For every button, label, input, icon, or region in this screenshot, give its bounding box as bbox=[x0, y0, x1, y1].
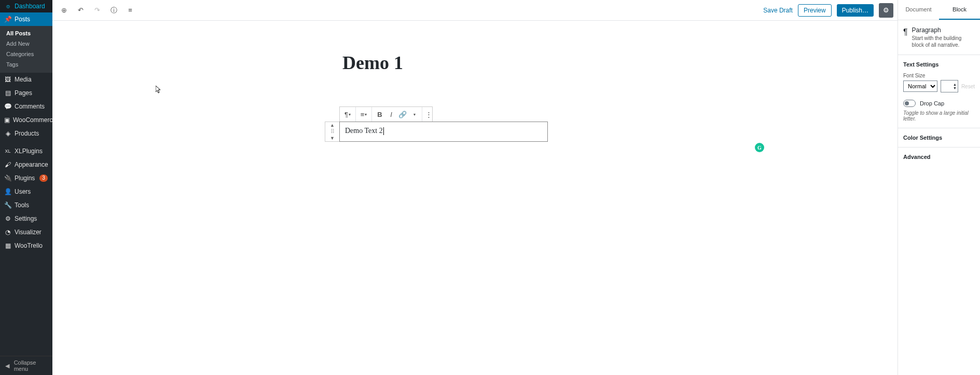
sidebar-item-plugins[interactable]: 🔌 Plugins 3 bbox=[0, 171, 52, 185]
sidebar-label: Plugins bbox=[15, 175, 35, 182]
plugins-badge: 3 bbox=[39, 175, 48, 182]
text-caret bbox=[383, 127, 384, 135]
paragraph-block: ¶ ≡ B I 🔗 ⋮ ▲ ⠿ bbox=[325, 106, 548, 142]
block-nav-button[interactable]: ≡ bbox=[123, 3, 137, 18]
trello-icon: ▦ bbox=[4, 242, 11, 249]
transform-block-button[interactable]: ¶ bbox=[342, 108, 353, 120]
inspector-tabs: Document Block bbox=[898, 0, 980, 20]
advanced-panel[interactable]: Advanced bbox=[898, 148, 980, 166]
undo-icon: ↶ bbox=[78, 6, 84, 14]
sidebar-item-posts[interactable]: 📌 Posts bbox=[0, 12, 52, 26]
link-icon: 🔗 bbox=[398, 111, 407, 118]
font-size-select[interactable]: Normal bbox=[903, 81, 937, 92]
align-left-icon: ≡ bbox=[361, 111, 365, 118]
pilcrow-icon: ¶ bbox=[344, 111, 348, 118]
pin-icon: 📌 bbox=[4, 16, 11, 23]
editor-topbar: ⊕ ↶ ↷ ⓘ ≡ Save Draft Preview Publish… ⚙ bbox=[52, 0, 898, 21]
link-button[interactable]: 🔗 bbox=[397, 108, 408, 120]
sidebar-label: Tools bbox=[15, 202, 29, 209]
block-card: ¶ Paragraph Start with the building bloc… bbox=[898, 20, 980, 55]
sidebar-item-appearance[interactable]: 🖌 Appearance bbox=[0, 158, 52, 171]
font-size-stepper[interactable]: ▲▼ bbox=[941, 80, 958, 92]
sidebar-item-woocommerce[interactable]: ▣ WooCommerce bbox=[0, 113, 52, 127]
block-toolbar: ¶ ≡ B I 🔗 ⋮ bbox=[339, 106, 433, 122]
sidebar-sub-categories[interactable]: Categories bbox=[0, 49, 52, 59]
tab-block[interactable]: Block bbox=[939, 0, 980, 20]
plug-icon: 🔌 bbox=[4, 175, 11, 182]
font-size-label: Font Size bbox=[903, 73, 975, 78]
font-size-reset[interactable]: Reset bbox=[961, 84, 975, 89]
sidebar-item-xlplugins[interactable]: XL XLPlugins bbox=[0, 144, 52, 158]
redo-icon: ↷ bbox=[94, 6, 100, 14]
sidebar-item-visualizer[interactable]: ◔ Visualizer bbox=[0, 225, 52, 239]
pilcrow-icon: ¶ bbox=[903, 26, 908, 48]
sidebar-submenu-posts: All Posts Add New Categories Tags bbox=[0, 26, 52, 73]
sidebar-item-wootrello[interactable]: ▦ WooTrello bbox=[0, 239, 52, 252]
paragraph-text: Demo Text 2 bbox=[345, 127, 383, 135]
collapse-icon: ◀ bbox=[4, 363, 11, 369]
color-settings-title: Color Settings bbox=[903, 135, 975, 141]
redo-button[interactable]: ↷ bbox=[90, 3, 104, 18]
collapse-menu[interactable]: ◀ Collapse menu bbox=[0, 356, 52, 375]
sidebar-item-dashboard[interactable]: ⌾ Dashboard bbox=[0, 0, 52, 12]
sidebar-item-pages[interactable]: ▤ Pages bbox=[0, 86, 52, 100]
add-block-button[interactable]: ⊕ bbox=[57, 3, 71, 18]
drag-handle[interactable]: ⠿ bbox=[330, 128, 335, 135]
grammarly-icon[interactable]: G bbox=[755, 143, 764, 152]
chevron-up-icon: ▲ bbox=[953, 83, 957, 86]
content-info-button[interactable]: ⓘ bbox=[106, 3, 121, 18]
sidebar-label: Pages bbox=[15, 89, 32, 97]
sidebar-label: Users bbox=[15, 188, 31, 195]
align-button[interactable]: ≡ bbox=[358, 108, 369, 120]
sidebar-sub-all-posts[interactable]: All Posts bbox=[0, 28, 52, 38]
chevron-down-icon: ▼ bbox=[953, 86, 957, 90]
post-title[interactable]: Demo 1 bbox=[342, 52, 403, 74]
move-up-button[interactable]: ▲ bbox=[330, 122, 335, 128]
publish-button[interactable]: Publish… bbox=[837, 4, 874, 17]
sidebar-label: Products bbox=[15, 130, 39, 137]
sidebar-item-media[interactable]: 🖼 Media bbox=[0, 73, 52, 86]
tab-document[interactable]: Document bbox=[898, 0, 939, 20]
sidebar-label: Settings bbox=[15, 215, 37, 222]
sidebar-label: WooCommerce bbox=[13, 116, 56, 124]
paragraph-input[interactable]: Demo Text 2 G bbox=[339, 122, 548, 142]
media-icon: 🖼 bbox=[4, 76, 11, 83]
kebab-icon: ⋮ bbox=[425, 111, 432, 118]
sidebar-item-users[interactable]: 👤 Users bbox=[0, 185, 52, 198]
bold-button[interactable]: B bbox=[374, 108, 385, 120]
sidebar-item-tools[interactable]: 🔧 Tools bbox=[0, 198, 52, 212]
settings-toggle-button[interactable]: ⚙ bbox=[879, 3, 893, 18]
drop-cap-toggle[interactable] bbox=[903, 100, 916, 107]
sliders-icon: ⚙ bbox=[4, 215, 11, 222]
undo-button[interactable]: ↶ bbox=[73, 3, 88, 18]
sidebar-label: Posts bbox=[15, 16, 30, 23]
admin-sidebar: ⌾ Dashboard 📌 Posts All Posts Add New Ca… bbox=[0, 0, 52, 375]
block-mover: ▲ ⠿ ▼ bbox=[325, 122, 339, 142]
chart-icon: ◔ bbox=[4, 229, 11, 236]
preview-button[interactable]: Preview bbox=[798, 4, 832, 17]
editor-canvas[interactable]: Demo 1 ¶ ≡ B I 🔗 bbox=[52, 21, 898, 375]
sidebar-item-settings[interactable]: ⚙ Settings bbox=[0, 212, 52, 225]
info-icon: ⓘ bbox=[111, 6, 117, 15]
outline-icon: ≡ bbox=[128, 6, 132, 14]
save-draft-button[interactable]: Save Draft bbox=[763, 7, 793, 14]
cursor-icon bbox=[156, 86, 162, 96]
more-options-button[interactable]: ⋮ bbox=[422, 111, 435, 118]
sidebar-label: Dashboard bbox=[15, 3, 45, 10]
text-settings-title: Text Settings bbox=[903, 61, 975, 68]
italic-button[interactable]: I bbox=[385, 108, 397, 120]
sidebar-sub-add-new[interactable]: Add New bbox=[0, 38, 52, 49]
gear-icon: ⚙ bbox=[883, 6, 889, 14]
color-settings-panel[interactable]: Color Settings bbox=[898, 128, 980, 148]
sidebar-item-comments[interactable]: 💬 Comments bbox=[0, 100, 52, 113]
more-rich-button[interactable] bbox=[408, 108, 420, 120]
sidebar-item-products[interactable]: ◈ Products bbox=[0, 127, 52, 140]
pages-icon: ▤ bbox=[4, 89, 11, 97]
sidebar-sub-tags[interactable]: Tags bbox=[0, 59, 52, 70]
move-down-button[interactable]: ▼ bbox=[330, 135, 335, 141]
drop-cap-label: Drop Cap bbox=[920, 100, 944, 106]
users-icon: 👤 bbox=[4, 188, 11, 195]
brush-icon: 🖌 bbox=[4, 161, 11, 168]
sidebar-label: Appearance bbox=[15, 161, 48, 168]
wrench-icon: 🔧 bbox=[4, 202, 11, 209]
